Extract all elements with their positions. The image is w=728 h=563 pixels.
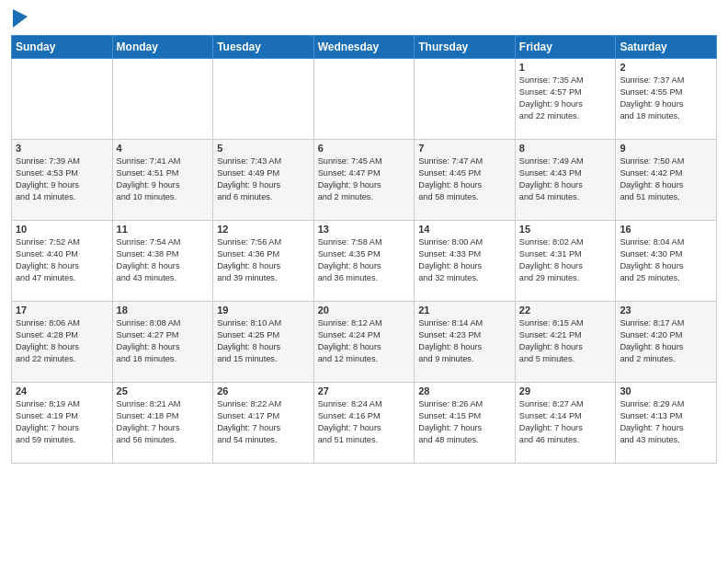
calendar-cell: 17Sunrise: 8:06 AM Sunset: 4:28 PM Dayli… [12, 302, 113, 383]
day-info: Sunrise: 7:52 AM Sunset: 4:40 PM Dayligh… [16, 236, 108, 284]
calendar-cell: 3Sunrise: 7:39 AM Sunset: 4:53 PM Daylig… [12, 140, 113, 221]
weekday-header-sunday: Sunday [12, 36, 113, 59]
day-number: 28 [418, 385, 511, 396]
calendar-cell: 20Sunrise: 8:12 AM Sunset: 4:24 PM Dayli… [313, 302, 415, 383]
day-number: 17 [16, 304, 108, 316]
day-number: 30 [620, 385, 712, 396]
weekday-header-wednesday: Wednesday [313, 36, 415, 59]
calendar-cell: 6Sunrise: 7:45 AM Sunset: 4:47 PM Daylig… [313, 140, 415, 221]
logo [11, 9, 28, 28]
calendar-cell: 9Sunrise: 7:50 AM Sunset: 4:42 PM Daylig… [616, 140, 717, 221]
day-number: 1 [519, 62, 612, 73]
calendar-cell: 2Sunrise: 7:37 AM Sunset: 4:55 PM Daylig… [616, 59, 717, 140]
calendar-week-row: 1Sunrise: 7:35 AM Sunset: 4:57 PM Daylig… [12, 59, 717, 140]
day-info: Sunrise: 7:50 AM Sunset: 4:42 PM Dayligh… [620, 155, 712, 203]
day-number: 4 [117, 143, 210, 154]
weekday-header-saturday: Saturday [616, 36, 717, 59]
day-info: Sunrise: 8:17 AM Sunset: 4:20 PM Dayligh… [620, 317, 712, 365]
day-number: 18 [117, 304, 210, 316]
day-info: Sunrise: 8:14 AM Sunset: 4:23 PM Dayligh… [418, 317, 511, 365]
calendar-cell: 23Sunrise: 8:17 AM Sunset: 4:20 PM Dayli… [616, 302, 717, 383]
svg-marker-0 [13, 9, 28, 28]
calendar-cell: 8Sunrise: 7:49 AM Sunset: 4:43 PM Daylig… [515, 140, 616, 221]
calendar-week-row: 17Sunrise: 8:06 AM Sunset: 4:28 PM Dayli… [12, 302, 717, 383]
day-info: Sunrise: 8:15 AM Sunset: 4:21 PM Dayligh… [519, 317, 612, 365]
day-number: 20 [318, 304, 411, 316]
day-info: Sunrise: 8:08 AM Sunset: 4:27 PM Dayligh… [117, 317, 210, 365]
calendar-cell: 1Sunrise: 7:35 AM Sunset: 4:57 PM Daylig… [515, 59, 616, 140]
calendar-cell: 10Sunrise: 7:52 AM Sunset: 4:40 PM Dayli… [12, 221, 113, 302]
day-number: 16 [620, 224, 712, 235]
calendar-cell [313, 59, 415, 140]
calendar-cell: 21Sunrise: 8:14 AM Sunset: 4:23 PM Dayli… [415, 302, 516, 383]
calendar-cell: 22Sunrise: 8:15 AM Sunset: 4:21 PM Dayli… [515, 302, 616, 383]
calendar-cell: 11Sunrise: 7:54 AM Sunset: 4:38 PM Dayli… [112, 221, 213, 302]
calendar-cell: 5Sunrise: 7:43 AM Sunset: 4:49 PM Daylig… [213, 140, 314, 221]
day-info: Sunrise: 8:26 AM Sunset: 4:15 PM Dayligh… [418, 398, 511, 446]
calendar-cell: 30Sunrise: 8:29 AM Sunset: 4:13 PM Dayli… [616, 383, 717, 464]
calendar-cell: 4Sunrise: 7:41 AM Sunset: 4:51 PM Daylig… [112, 140, 213, 221]
calendar-cell: 24Sunrise: 8:19 AM Sunset: 4:19 PM Dayli… [12, 383, 113, 464]
day-info: Sunrise: 8:22 AM Sunset: 4:17 PM Dayligh… [217, 398, 310, 446]
weekday-header-monday: Monday [112, 36, 213, 59]
day-info: Sunrise: 7:58 AM Sunset: 4:35 PM Dayligh… [318, 236, 411, 284]
day-info: Sunrise: 8:27 AM Sunset: 4:14 PM Dayligh… [519, 398, 612, 446]
day-info: Sunrise: 8:21 AM Sunset: 4:18 PM Dayligh… [117, 398, 210, 446]
calendar-cell: 28Sunrise: 8:26 AM Sunset: 4:15 PM Dayli… [415, 383, 516, 464]
day-info: Sunrise: 7:43 AM Sunset: 4:49 PM Dayligh… [217, 155, 310, 203]
day-number: 14 [418, 224, 511, 235]
page: SundayMondayTuesdayWednesdayThursdayFrid… [0, 0, 728, 563]
day-info: Sunrise: 7:54 AM Sunset: 4:38 PM Dayligh… [117, 236, 210, 284]
day-number: 2 [620, 62, 712, 73]
day-info: Sunrise: 7:45 AM Sunset: 4:47 PM Dayligh… [318, 155, 411, 203]
calendar: SundayMondayTuesdayWednesdayThursdayFrid… [11, 35, 717, 464]
day-info: Sunrise: 8:00 AM Sunset: 4:33 PM Dayligh… [418, 236, 511, 284]
day-number: 26 [217, 385, 310, 396]
calendar-cell: 13Sunrise: 7:58 AM Sunset: 4:35 PM Dayli… [313, 221, 415, 302]
day-number: 23 [620, 304, 712, 316]
day-info: Sunrise: 8:29 AM Sunset: 4:13 PM Dayligh… [620, 398, 712, 446]
calendar-cell: 27Sunrise: 8:24 AM Sunset: 4:16 PM Dayli… [313, 383, 415, 464]
calendar-cell: 29Sunrise: 8:27 AM Sunset: 4:14 PM Dayli… [515, 383, 616, 464]
calendar-cell [213, 59, 314, 140]
header [11, 9, 717, 28]
calendar-cell [12, 59, 113, 140]
weekday-header-friday: Friday [515, 36, 616, 59]
day-number: 5 [217, 143, 310, 154]
day-number: 27 [318, 385, 411, 396]
calendar-cell: 19Sunrise: 8:10 AM Sunset: 4:25 PM Dayli… [213, 302, 314, 383]
calendar-cell: 26Sunrise: 8:22 AM Sunset: 4:17 PM Dayli… [213, 383, 314, 464]
day-number: 25 [117, 385, 210, 396]
day-info: Sunrise: 7:41 AM Sunset: 4:51 PM Dayligh… [117, 155, 210, 203]
calendar-header-row: SundayMondayTuesdayWednesdayThursdayFrid… [12, 36, 717, 59]
day-info: Sunrise: 8:02 AM Sunset: 4:31 PM Dayligh… [519, 236, 612, 284]
calendar-cell: 15Sunrise: 8:02 AM Sunset: 4:31 PM Dayli… [515, 221, 616, 302]
day-number: 15 [519, 224, 612, 235]
day-info: Sunrise: 8:10 AM Sunset: 4:25 PM Dayligh… [217, 317, 310, 365]
calendar-cell: 7Sunrise: 7:47 AM Sunset: 4:45 PM Daylig… [415, 140, 516, 221]
day-info: Sunrise: 7:56 AM Sunset: 4:36 PM Dayligh… [217, 236, 310, 284]
day-number: 22 [519, 304, 612, 316]
day-number: 9 [620, 143, 712, 154]
day-info: Sunrise: 8:19 AM Sunset: 4:19 PM Dayligh… [16, 398, 108, 446]
day-number: 19 [217, 304, 310, 316]
day-number: 6 [318, 143, 411, 154]
day-info: Sunrise: 7:47 AM Sunset: 4:45 PM Dayligh… [418, 155, 511, 203]
calendar-week-row: 3Sunrise: 7:39 AM Sunset: 4:53 PM Daylig… [12, 140, 717, 221]
day-number: 21 [418, 304, 511, 316]
calendar-cell: 18Sunrise: 8:08 AM Sunset: 4:27 PM Dayli… [112, 302, 213, 383]
day-info: Sunrise: 8:06 AM Sunset: 4:28 PM Dayligh… [16, 317, 108, 365]
weekday-header-thursday: Thursday [415, 36, 516, 59]
weekday-header-tuesday: Tuesday [213, 36, 314, 59]
day-info: Sunrise: 8:04 AM Sunset: 4:30 PM Dayligh… [620, 236, 712, 284]
day-info: Sunrise: 7:35 AM Sunset: 4:57 PM Dayligh… [519, 75, 612, 122]
calendar-week-row: 10Sunrise: 7:52 AM Sunset: 4:40 PM Dayli… [12, 221, 717, 302]
day-info: Sunrise: 8:12 AM Sunset: 4:24 PM Dayligh… [318, 317, 411, 365]
day-number: 3 [16, 143, 108, 154]
day-number: 13 [318, 224, 411, 235]
calendar-cell: 16Sunrise: 8:04 AM Sunset: 4:30 PM Dayli… [616, 221, 717, 302]
day-number: 11 [117, 224, 210, 235]
day-info: Sunrise: 7:39 AM Sunset: 4:53 PM Dayligh… [16, 155, 108, 203]
calendar-cell [112, 59, 213, 140]
calendar-cell: 14Sunrise: 8:00 AM Sunset: 4:33 PM Dayli… [415, 221, 516, 302]
